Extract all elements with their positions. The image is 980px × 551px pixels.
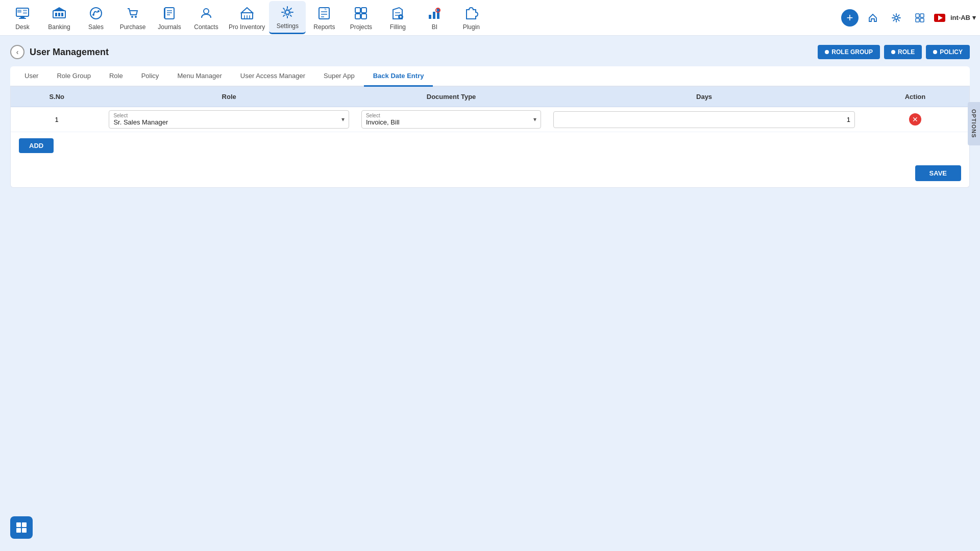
nav-settings[interactable]: Settings [269, 1, 306, 34]
settings-gear-button[interactable] [887, 9, 905, 27]
svg-rect-42 [429, 15, 431, 19]
page-title: User Management [30, 47, 109, 58]
svg-rect-47 [916, 14, 919, 17]
nav-reports-label: Reports [313, 23, 335, 31]
user-menu-button[interactable]: int-AB ▾ [950, 14, 976, 21]
doc-select-value: Invoice, Bill [366, 118, 400, 126]
svg-rect-16 [165, 8, 174, 19]
doc-type-select[interactable]: Select Invoice, Bill ▾ [361, 110, 541, 129]
cell-sno: 1 [11, 107, 103, 132]
svg-point-27 [285, 10, 289, 14]
back-date-table: S.No Role Document Type Days Action [11, 87, 969, 132]
svg-rect-5 [23, 12, 27, 14]
svg-rect-1 [20, 16, 24, 18]
tab-bar: User Role Group Role Policy Menu Manager… [10, 66, 970, 87]
save-area: SAVE [11, 159, 969, 187]
desk-icon [14, 5, 31, 21]
content-card: S.No Role Document Type Days Action [10, 87, 970, 188]
nav-purchase[interactable]: Purchase [114, 2, 151, 34]
nav-filling[interactable]: Filling [379, 2, 416, 34]
nav-reports[interactable]: Reports [306, 2, 342, 34]
svg-rect-10 [61, 13, 63, 16]
reports-icon [316, 5, 332, 21]
svg-point-13 [97, 10, 100, 12]
role-group-button[interactable]: ROLE GROUP [818, 45, 880, 59]
tab-menu-manager[interactable]: Menu Manager [168, 66, 231, 87]
nav-sales-label: Sales [88, 23, 104, 31]
col-sno: S.No [11, 87, 103, 107]
svg-rect-44 [437, 9, 439, 19]
tab-user[interactable]: User [15, 66, 47, 87]
svg-rect-48 [920, 14, 924, 17]
role-button[interactable]: ROLE [884, 45, 922, 59]
nav-contacts[interactable]: Contacts [188, 2, 225, 34]
svg-rect-20 [164, 8, 165, 18]
home-icon-button[interactable] [864, 9, 882, 27]
doc-select-label: Select [366, 113, 526, 118]
tab-role-group[interactable]: Role Group [47, 66, 100, 87]
save-button[interactable]: SAVE [915, 165, 961, 181]
svg-rect-35 [355, 14, 360, 19]
top-right-area: + int-AB ▾ [841, 9, 976, 27]
nav-bi[interactable]: BI [416, 2, 453, 34]
svg-rect-43 [433, 12, 435, 19]
nav-pro-inventory[interactable]: Pro Inventory [225, 2, 269, 34]
page-header: ‹ User Management ROLE GROUP ROLE POLICY [10, 45, 970, 59]
role-group-label: ROLE GROUP [831, 48, 873, 56]
nav-projects-label: Projects [350, 23, 372, 31]
policy-button[interactable]: POLICY [926, 45, 970, 59]
svg-point-15 [135, 16, 137, 18]
svg-rect-4 [23, 10, 27, 11]
svg-rect-2 [19, 18, 26, 19]
svg-point-21 [204, 9, 209, 14]
role-label: ROLE [898, 48, 915, 56]
tab-policy[interactable]: Policy [132, 66, 168, 87]
purchase-icon [125, 5, 141, 21]
svg-rect-50 [920, 18, 924, 22]
nav-filling-label: Filling [390, 23, 406, 31]
nav-contacts-label: Contacts [194, 23, 218, 31]
tab-user-access-manager[interactable]: User Access Manager [231, 66, 314, 87]
nav-desk-label: Desk [15, 23, 29, 31]
role-select[interactable]: Select Sr. Sales Manager ▾ [109, 110, 349, 129]
tab-super-app[interactable]: Super App [314, 66, 364, 87]
svg-point-46 [895, 16, 898, 19]
svg-point-14 [131, 16, 133, 18]
youtube-button[interactable] [934, 14, 945, 22]
nav-projects[interactable]: Projects [342, 2, 379, 34]
settings-icon [279, 4, 296, 20]
svg-marker-7 [53, 7, 65, 11]
cell-role: Select Sr. Sales Manager ▾ [103, 107, 355, 132]
svg-marker-23 [241, 8, 253, 13]
add-new-button[interactable]: + [841, 9, 859, 27]
col-action: Action [861, 87, 969, 107]
tab-back-date-entry[interactable]: Back Date Entry [364, 66, 433, 87]
top-nav: Desk Banking Sales [0, 0, 980, 36]
nav-journals[interactable]: Journals [151, 2, 188, 34]
user-name-label: int-AB [950, 14, 970, 21]
svg-rect-36 [361, 14, 366, 19]
filling-icon [389, 5, 406, 21]
nav-plugin[interactable]: Plugin [453, 2, 489, 34]
nav-pro-inventory-label: Pro Inventory [229, 23, 265, 31]
add-button[interactable]: ADD [19, 138, 54, 153]
nav-bi-label: BI [432, 23, 437, 31]
nav-sales[interactable]: Sales [78, 2, 114, 34]
svg-point-12 [92, 14, 94, 16]
nav-banking-label: Banking [48, 23, 70, 31]
nav-banking[interactable]: Banking [41, 2, 78, 34]
col-role: Role [103, 87, 355, 107]
table-row: 1 Select Sr. Sales Manager ▾ Select Invo… [11, 107, 969, 132]
cell-days [547, 107, 861, 132]
nav-desk[interactable]: Desk [4, 2, 41, 34]
days-input[interactable] [553, 111, 855, 128]
back-button[interactable]: ‹ [10, 45, 24, 59]
tab-role[interactable]: Role [100, 66, 132, 87]
pro-inventory-icon [239, 5, 255, 21]
cell-document-type: Select Invoice, Bill ▾ [355, 107, 547, 132]
policy-label: POLICY [940, 48, 963, 56]
delete-row-button[interactable]: ✕ [909, 113, 921, 126]
role-select-value: Sr. Sales Manager [113, 118, 168, 126]
grid-button[interactable] [911, 9, 929, 27]
options-sidebar[interactable]: OPTIONS [968, 102, 980, 145]
